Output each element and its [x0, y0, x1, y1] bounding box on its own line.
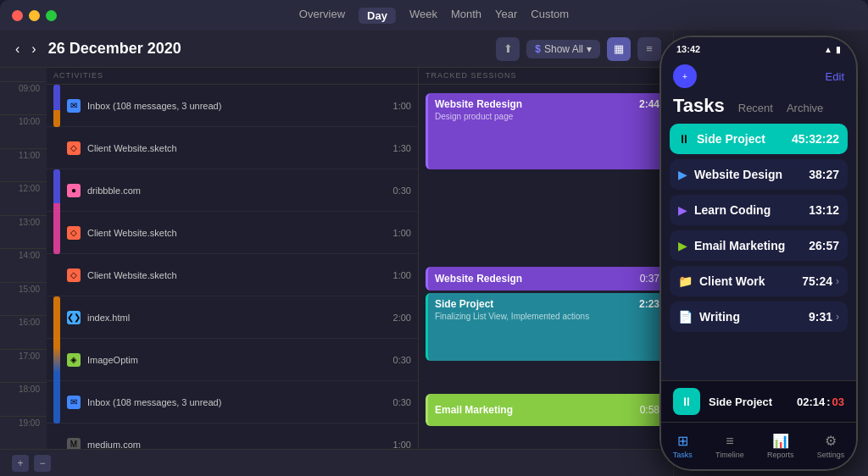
activity-duration-imageoptim: 0:30 — [393, 355, 411, 365]
tab-month[interactable]: Month — [451, 8, 481, 24]
phone-task-list: ⏸ Side Project 45:32:22 ▶ Website Design… — [661, 124, 856, 380]
settings-nav-icon: ⚙ — [825, 433, 837, 449]
session-duration2: 0:37 — [640, 273, 659, 285]
activity-icon-inbox1: ✉ — [67, 99, 81, 113]
session-email-marketing[interactable]: Email Marketing 0:58 — [426, 394, 666, 426]
nav-timeline[interactable]: ≡ Timeline — [715, 434, 744, 459]
play-icon-website: ▶ — [678, 168, 687, 181]
session-side-project[interactable]: Side Project 2:23 Finalizing List View, … — [426, 293, 666, 361]
minimize-button[interactable] — [29, 10, 40, 21]
activity-row-inbox1[interactable]: ✉ Inbox (108 messages, 3 unread) 1:00 — [47, 85, 418, 127]
activity-name-imageoptim: ImageOptim — [87, 355, 387, 365]
phone-task-website-design[interactable]: ▶ Website Design 38:27 — [670, 159, 848, 190]
sessions-column: TRACKED SESSIONS Website Redesign 2:44 D… — [419, 68, 673, 449]
recent-tab[interactable]: Recent — [738, 102, 773, 114]
activity-icon-sketch1: ◇ — [67, 141, 81, 155]
timer-info: Side Project — [709, 396, 788, 408]
activity-row-index[interactable]: ❮❯ index.html 2:00 — [47, 296, 418, 339]
task-time-learn-coding: 13:12 — [809, 203, 839, 217]
activity-name-inbox2: Inbox (108 messages, 3 unread) — [87, 397, 387, 407]
tab-overview[interactable]: Overview — [299, 8, 345, 24]
bottom-bar: + − — [0, 449, 673, 476]
activity-duration-sketch2: 1:00 — [393, 228, 411, 238]
tab-week[interactable]: Week — [409, 8, 437, 24]
chevron-right-icon2: › — [836, 311, 839, 323]
activities-header: ACTIVITIES — [47, 68, 418, 85]
current-date: 26 December 2020 — [48, 40, 181, 58]
phone-task-client-work[interactable]: 📁 Client Work 75:24 › — [670, 266, 848, 296]
tab-year[interactable]: Year — [495, 8, 517, 24]
activity-duration-dribbble: 0:30 — [393, 185, 411, 196]
phone-task-learn-coding[interactable]: ▶ Learn Coding 13:12 — [670, 195, 848, 225]
reports-nav-icon: 📊 — [772, 433, 789, 449]
timer-red-part: 03 — [832, 396, 844, 408]
activity-row-medium[interactable]: M medium.com 1:00 — [47, 423, 418, 449]
play-icon-learn: ▶ — [678, 203, 687, 217]
session-website-redesign-2[interactable]: Website Redesign 0:37 — [426, 267, 666, 291]
phone-task-side-project[interactable]: ⏸ Side Project 45:32:22 — [670, 124, 848, 154]
session-website-redesign-1[interactable]: Website Redesign 2:44 Design product pag… — [426, 93, 666, 169]
time-slot-16: 16:00 — [0, 315, 47, 349]
time-slot-13: 13:00 — [0, 215, 47, 249]
titlebar: Overview Day Week Month Year Custom — [0, 0, 868, 30]
list-view-button[interactable]: ≡ — [637, 37, 661, 61]
phone-task-writing[interactable]: 📄 Writing 9:31 › — [670, 302, 848, 332]
battery-icon: ▮ — [836, 45, 841, 54]
zoom-out-button[interactable]: − — [34, 455, 51, 472]
maximize-button[interactable] — [46, 10, 57, 21]
sessions-header: TRACKED SESSIONS — [419, 68, 673, 85]
wifi-icon: ▲ — [824, 45, 832, 54]
nav-settings[interactable]: ⚙ Settings — [817, 433, 845, 459]
activity-row-sketch3[interactable]: ◇ Client Website.sketch 1:00 — [47, 254, 418, 296]
activity-name-sketch2: Client Website.sketch — [87, 228, 387, 238]
activity-row-sketch1[interactable]: ◇ Client Website.sketch 1:30 — [47, 127, 418, 169]
sessions-body: Website Redesign 2:44 Design product pag… — [419, 85, 673, 449]
phone-task-email-marketing[interactable]: ▶ Email Marketing 26:57 — [670, 230, 848, 261]
edit-button[interactable]: Edit — [826, 70, 844, 83]
share-button[interactable]: ⬆ — [496, 37, 520, 61]
nav-tabs: Overview Day Week Month Year Custom — [299, 8, 569, 24]
zoom-in-button[interactable]: + — [12, 455, 29, 472]
pause-icon: ⏸ — [678, 132, 690, 146]
time-slot-18: 18:00 — [0, 382, 47, 416]
tasks-nav-label: Tasks — [673, 451, 693, 459]
archive-tab[interactable]: Archive — [787, 102, 823, 114]
forward-arrow-icon[interactable]: › — [28, 40, 39, 58]
activity-name-dribbble: dribbble.com — [87, 185, 387, 196]
activity-duration-sketch3: 1:00 — [393, 270, 411, 280]
session-title-label3: Side Project — [435, 298, 493, 310]
add-task-button[interactable]: + — [673, 64, 697, 88]
timer-pause-button[interactable]: ⏸ — [673, 388, 700, 415]
folder-icon-writing: 📄 — [678, 310, 693, 324]
activity-row-dribbble[interactable]: ● dribbble.com 0:30 — [47, 169, 418, 212]
tab-custom[interactable]: Custom — [531, 8, 569, 24]
activity-icon-sketch3: ◇ — [67, 268, 81, 282]
activity-row-sketch2[interactable]: ◇ Client Website.sketch 1:00 — [47, 212, 418, 254]
activity-row-imageoptim[interactable]: ◈ ImageOptim 0:30 — [47, 339, 418, 381]
activity-duration-index: 2:00 — [393, 313, 411, 323]
task-time-website-design: 38:27 — [809, 168, 839, 181]
close-button[interactable] — [12, 10, 23, 21]
tab-day[interactable]: Day — [359, 8, 396, 24]
activity-row-inbox2[interactable]: ✉ Inbox (108 messages, 3 unread) 0:30 — [47, 381, 418, 423]
task-name-client-work: Client Work — [699, 274, 765, 288]
dollar-icon: $ — [535, 43, 541, 55]
nav-reports[interactable]: 📊 Reports — [767, 433, 794, 459]
nav-tasks[interactable]: ⊞ Tasks — [673, 433, 693, 459]
timeline-nav-icon: ≡ — [726, 434, 733, 449]
play-icon-email: ▶ — [678, 239, 687, 252]
grid-view-button[interactable]: ▦ — [607, 37, 631, 61]
time-slot-12: 12:00 — [0, 181, 47, 215]
tasks-section-title: Tasks — [673, 95, 725, 117]
show-all-button[interactable]: $ Show All ▾ — [526, 40, 600, 58]
time-slot-9: 09:00 — [0, 81, 47, 115]
time-slot-11: 11:00 — [0, 148, 47, 182]
phone-section-tabs: Tasks Recent Archive — [661, 91, 856, 124]
phone-top-bar: + Edit — [661, 61, 856, 91]
session-title-label4: Email Marketing — [435, 404, 513, 416]
activity-duration-inbox2: 0:30 — [393, 397, 411, 407]
session-subtitle: Design product page — [435, 112, 659, 121]
back-arrow-icon[interactable]: ‹ — [12, 40, 23, 58]
timer-display: 02:14 : 03 — [797, 396, 844, 408]
session-duration3: 2:23 — [639, 298, 659, 310]
